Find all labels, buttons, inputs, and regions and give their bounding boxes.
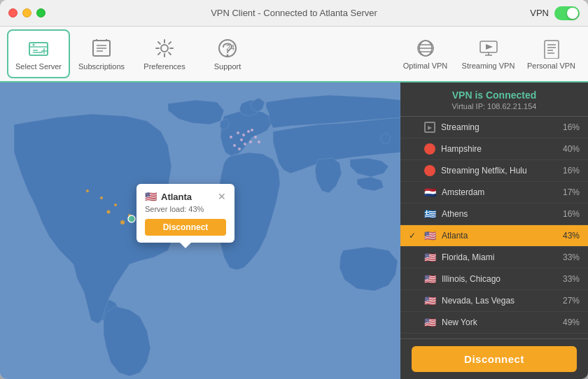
server-item-florida-miami[interactable]: 🇺🇸 Florida, Miami 33%	[400, 247, 588, 269]
server-item-streaming[interactable]: ▶ Streaming 16%	[400, 117, 588, 138]
server-item-hampshire[interactable]: Hampshire 40%	[400, 138, 588, 160]
server-load: 49%	[559, 317, 580, 327]
svg-point-36	[242, 134, 245, 136]
server-item-illinois-chicago[interactable]: 🇺🇸 Illinois, Chicago 33%	[400, 269, 588, 290]
svg-marker-22	[486, 44, 493, 50]
server-flag: 🇺🇸	[424, 273, 436, 285]
map-area: 🇺🇸 Atlanta ✕ Server load: 43% Disconnect	[0, 83, 400, 379]
popup-header: 🇺🇸 Atlanta ✕	[145, 191, 226, 202]
server-popup: 🇺🇸 Atlanta ✕ Server load: 43% Disconnect	[136, 184, 234, 243]
server-name: Streaming Netflix, Hulu	[441, 166, 553, 176]
window-title: VPN Client - Connected to Atlanta Server	[211, 8, 377, 18]
connection-status: VPN is Connected	[412, 90, 577, 101]
server-load: 16%	[559, 122, 580, 132]
server-item-atlanta[interactable]: ✓ 🇺🇸 Atlanta 43%	[400, 225, 588, 247]
server-list: ▶ Streaming 16% Hampshire 40% Streaming …	[400, 117, 588, 338]
svg-point-40	[240, 138, 243, 141]
streaming-icon: ▶	[424, 122, 435, 133]
server-load: 17%	[559, 187, 580, 197]
traffic-lights	[8, 8, 46, 17]
server-flag: 🇺🇸	[424, 317, 436, 328]
svg-point-31	[114, 203, 117, 206]
server-item-nevada-las-vegas[interactable]: 🇺🇸 Nevada, Las Vegas 27%	[400, 290, 588, 312]
close-button[interactable]	[8, 8, 18, 17]
optimal-vpn-label: Optimal VPN	[403, 62, 448, 70]
server-load: 33%	[559, 274, 580, 284]
popup-close-button[interactable]: ✕	[218, 192, 226, 201]
subscriptions-icon	[90, 37, 113, 59]
titlebar: VPN Client - Connected to Atlanta Server…	[0, 0, 588, 27]
svg-point-39	[230, 136, 232, 138]
svg-point-35	[237, 131, 239, 134]
svg-point-47	[128, 215, 135, 222]
server-load: 33%	[559, 252, 580, 262]
panel-header: VPN is Connected Virtual IP: 108.62.21.1…	[400, 83, 588, 117]
server-flag: 🇺🇸	[424, 230, 436, 241]
svg-rect-23	[545, 41, 559, 59]
svg-point-29	[120, 220, 125, 224]
server-name: New York	[442, 317, 553, 327]
disconnect-bar: Disconnect	[400, 338, 588, 379]
server-name: Streaming	[441, 122, 553, 132]
personal-vpn-label: Personal VPN	[527, 62, 575, 70]
server-load: 16%	[559, 209, 580, 219]
server-flag: 🇺🇸	[424, 295, 436, 306]
personal-vpn-button[interactable]: Personal VPN	[522, 29, 581, 78]
subscriptions-button[interactable]: Subscriptions	[70, 29, 133, 78]
svg-point-34	[86, 190, 89, 192]
subscriptions-label: Subscriptions	[78, 62, 125, 71]
hampshire-icon	[424, 143, 435, 155]
server-name: Illinois, Chicago	[442, 274, 553, 284]
svg-point-44	[254, 136, 257, 138]
server-item-new-york[interactable]: 🇺🇸 New York 49%	[400, 312, 588, 334]
popup-disconnect-button[interactable]: Disconnect	[145, 219, 226, 236]
svg-point-33	[100, 196, 103, 199]
server-flag: 🇬🇷	[424, 208, 436, 220]
maximize-button[interactable]	[36, 8, 46, 17]
svg-point-42	[249, 141, 252, 143]
app-window: VPN Client - Connected to Atlanta Server…	[0, 0, 588, 379]
server-item-netflix[interactable]: Streaming Netflix, Hulu 16%	[400, 160, 588, 182]
netflix-icon	[424, 165, 435, 176]
svg-point-2	[33, 44, 35, 46]
main-content: 🇺🇸 Atlanta ✕ Server load: 43% Disconnect…	[0, 83, 588, 379]
vpn-toggle-area: VPN	[530, 6, 580, 20]
support-icon: 24	[216, 37, 239, 59]
select-server-label: Select Server	[15, 62, 62, 71]
preferences-label: Preferences	[144, 62, 185, 71]
server-name: Amsterdam	[442, 187, 553, 197]
select-server-button[interactable]: Select Server	[7, 29, 70, 78]
select-server-icon	[27, 37, 50, 59]
toolbar-right-buttons: Optimal VPN Streaming VPN	[396, 29, 581, 78]
vpn-label: VPN	[530, 8, 549, 18]
server-item-athens[interactable]: 🇬🇷 Athens 16%	[400, 203, 588, 225]
popup-title: Atlanta	[161, 192, 192, 202]
streaming-vpn-button[interactable]: Streaming VPN	[458, 29, 518, 78]
server-load: 16%	[559, 166, 580, 176]
popup-flag: 🇺🇸	[145, 191, 157, 202]
virtual-ip: Virtual IP: 108.62.21.154	[412, 102, 577, 110]
svg-point-11	[161, 45, 168, 52]
svg-point-43	[233, 144, 236, 147]
svg-point-37	[247, 130, 250, 133]
server-load: 40%	[559, 144, 580, 154]
vpn-toggle[interactable]	[554, 6, 580, 20]
main-disconnect-button[interactable]: Disconnect	[412, 346, 577, 372]
server-list-panel: VPN is Connected Virtual IP: 108.62.21.1…	[400, 83, 588, 379]
server-load: 27%	[559, 296, 580, 306]
support-button[interactable]: 24 Support	[196, 29, 259, 78]
server-flag: 🇺🇸	[424, 252, 436, 263]
server-item-amsterdam[interactable]: 🇳🇱 Amsterdam 17%	[400, 182, 588, 203]
svg-rect-0	[29, 43, 48, 55]
preferences-button[interactable]: Preferences	[133, 29, 196, 78]
svg-point-30	[107, 210, 111, 214]
svg-point-38	[251, 129, 253, 131]
toolbar: Select Server Subscriptions Preferences	[0, 27, 588, 83]
optimal-vpn-button[interactable]: Optimal VPN	[396, 29, 455, 78]
server-name: Atlanta	[442, 231, 553, 241]
server-item-texas-dallas[interactable]: 🇺🇸 Texas, Dallas 17%	[400, 334, 588, 338]
server-name: Nevada, Las Vegas	[442, 296, 553, 306]
minimize-button[interactable]	[22, 8, 31, 17]
server-name: Athens	[442, 209, 553, 219]
svg-point-41	[244, 143, 246, 145]
